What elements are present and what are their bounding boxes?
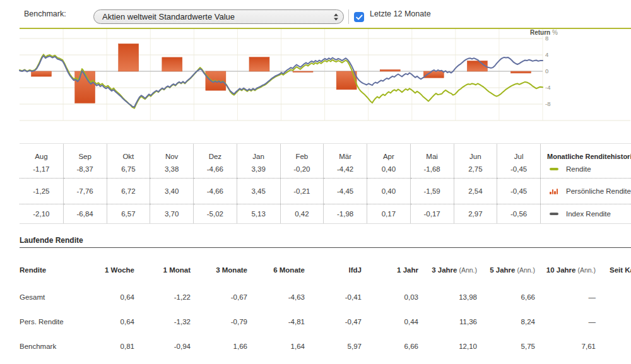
y-tick-label: 4 [545, 51, 548, 58]
value-cell: -0,94 [134, 343, 191, 350]
column-header-1-monat: 1 Monat [134, 266, 191, 274]
persoenliche-rendite-value: 0,40 [367, 179, 410, 204]
index-rendite-value: -0,17 [411, 204, 454, 224]
month-header: Mai [411, 144, 454, 160]
rendite-value: 0,40 [367, 160, 410, 179]
bar-apr [380, 69, 400, 71]
month-header: Mär [324, 144, 367, 160]
mini-bars-icon [550, 188, 558, 194]
persoenliche-rendite-value: 3,45 [237, 179, 280, 204]
index-rendite-value: -5,02 [194, 204, 237, 224]
legend-label: Rendite [566, 165, 591, 173]
month-column-sep: Sep-8,37-7,76-6,84 [63, 144, 107, 223]
chevron-up-down-icon [328, 10, 343, 23]
row-label: Benchmark [20, 343, 76, 350]
running-table-header-row: Rendite1 Woche1 Monat3 Monate6 Monatelfd… [20, 255, 631, 285]
checkmark-icon [356, 15, 363, 20]
index-rendite-value: 6,57 [107, 204, 150, 224]
value-cell: -0,47 [305, 318, 362, 326]
value-cell: 0,64 [76, 293, 134, 301]
index-rendite-value: 2,97 [454, 204, 497, 224]
value-cell: — [535, 318, 596, 326]
chart-legend: Monatliche RenditehistorieRenditePersönl… [540, 144, 631, 223]
legend-item-pers-nliche-rendite: Persönliche Rendite [541, 179, 631, 204]
index-rendite-value: 5,13 [237, 204, 280, 224]
rendite-value: -8,37 [64, 160, 107, 179]
running-return-table: Rendite1 Woche1 Monat3 Monate6 Monatelfd… [20, 255, 631, 358]
month-column-mai: Mai-1,68-1,59-0,17 [410, 144, 454, 223]
value-cell: 0,03 [362, 293, 418, 301]
legend-label: Index Rendite [566, 210, 611, 218]
month-header: Apr [367, 144, 410, 160]
y-tick-label: 0 [545, 68, 548, 74]
value-cell: 6,66 [477, 293, 535, 301]
toolbar-divider [348, 9, 349, 24]
table-row-gesamt: Gesamt0,64-1,22-0,67-4,63-0,410,0313,986… [20, 285, 631, 309]
rendite-value: -1,68 [411, 160, 454, 179]
index-rendite-value: 3,70 [150, 204, 193, 224]
persoenliche-rendite-value: 3,40 [150, 179, 193, 204]
bar-jan [249, 57, 269, 71]
monthly-return-table: Aug-1,17-1,25-2,10Sep-8,37-7,76-6,84Okt6… [20, 143, 631, 224]
month-header: Nov [150, 144, 193, 160]
performance-report: { "toolbar": { "benchmark_label": "Bench… [0, 0, 631, 364]
month-column-apr: Apr0,400,400,17 [367, 144, 410, 223]
return-chart-svg: 840-4-8Return % [0, 28, 631, 122]
column-header-1-jahr: 1 Jahr [362, 266, 418, 274]
benchmark-select[interactable]: Aktien weltweit Standardwerte Value [93, 9, 344, 24]
persoenliche-rendite-value: -4,45 [324, 179, 367, 204]
bar-nov [162, 57, 182, 71]
column-header-3-monate: 3 Monate [191, 266, 247, 274]
value-cell: 7,61 [535, 343, 596, 350]
column-header-6-monate: 6 Monate [247, 266, 305, 274]
index-rendite-value: -6,84 [64, 204, 107, 224]
header-suffix: (Ann.) [515, 266, 535, 274]
value-cell: 1,64 [247, 343, 305, 350]
value-cell: 5,75 [477, 343, 535, 350]
rendite-value: 3,39 [237, 160, 280, 179]
column-header-5-jahre: 5 Jahre (Ann.) [477, 266, 535, 274]
toolbar: Benchmark: Aktien weltweit Standardwerte… [0, 0, 631, 28]
persoenliche-rendite-value: -0,21 [281, 179, 324, 204]
month-column-aug: Aug-1,17-1,25-2,10 [20, 144, 63, 223]
bar-jul [510, 71, 531, 73]
rendite-value: -1,17 [20, 160, 63, 179]
rendite-value: -0,45 [497, 160, 540, 179]
header-suffix: (Ann.) [575, 266, 596, 274]
persoenliche-rendite-value: -1,59 [411, 179, 454, 204]
value-cell: 6,66 [362, 343, 418, 350]
month-header: Aug [20, 144, 63, 160]
last-12-months-checkbox[interactable] [354, 12, 364, 22]
column-header-3-jahre: 3 Jahre (Ann.) [418, 266, 477, 274]
value-cell: 1,66 [191, 343, 247, 350]
last-12-months-label: Letzte 12 Monate [370, 0, 431, 28]
header-suffix: (Ann.) [457, 266, 477, 274]
month-column-dez: Dez-4,66-4,66-5,02 [193, 144, 237, 223]
persoenliche-rendite-value: -0,45 [497, 179, 540, 204]
persoenliche-rendite-value: 2,54 [454, 179, 497, 204]
month-header: Feb [281, 144, 324, 160]
value-cell: 0,81 [76, 343, 134, 350]
table-row-pers-rendite: Pers. Rendite0,64-1,32-0,79-4,81-0,470,4… [20, 309, 631, 334]
line-swatch-icon [550, 168, 558, 170]
month-header: Jun [454, 144, 497, 160]
value-cell: -0,67 [191, 293, 247, 301]
value-cell: 0,64 [76, 318, 134, 326]
index-rendite-value: -1,98 [324, 204, 367, 224]
legend-item-rendite: Rendite [541, 160, 631, 179]
month-column-feb: Feb-0,20-0,210,42 [280, 144, 324, 223]
month-column-jun: Jun2,752,542,97 [454, 144, 497, 223]
bar-okt [119, 44, 139, 71]
column-header-rendite: Rendite [20, 266, 76, 274]
persoenliche-rendite-value: -1,25 [20, 179, 63, 204]
index-rendite-value: 0,17 [367, 204, 410, 224]
month-header: Okt [107, 144, 150, 160]
rendite-value: -4,66 [194, 160, 237, 179]
index-rendite-value: 0,42 [281, 204, 324, 224]
persoenliche-rendite-value: 6,72 [107, 179, 150, 204]
value-cell: 12,10 [418, 343, 477, 350]
rendite-value: -4,42 [324, 160, 367, 179]
rendite-value: -0,20 [281, 160, 324, 179]
persoenliche-rendite-value: -4,66 [194, 179, 237, 204]
benchmark-label: Benchmark: [24, 0, 66, 28]
